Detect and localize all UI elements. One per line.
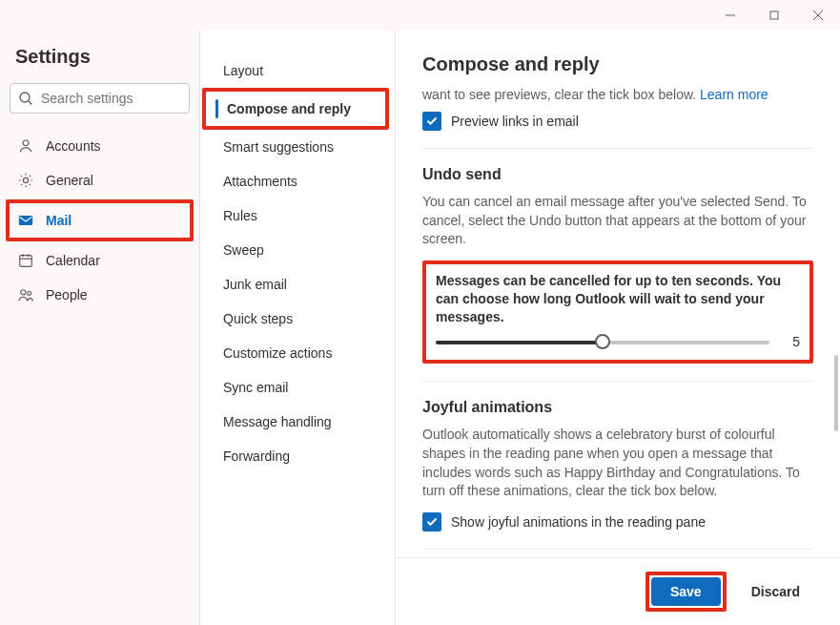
check-icon <box>426 115 438 127</box>
svg-rect-1 <box>770 11 778 19</box>
sidebar-item-label: General <box>46 173 93 188</box>
subnav-item-smart-suggestions[interactable]: Smart suggestions <box>200 130 395 164</box>
divider <box>422 148 813 149</box>
divider <box>422 549 813 550</box>
window-minimize-button[interactable] <box>708 0 752 31</box>
page-title: Settings <box>15 46 186 68</box>
undo-send-bold-msg: Messages can be cancelled for up to ten … <box>436 272 800 326</box>
subnav-label: Compose and reply <box>227 101 351 116</box>
panel-footer: Save Discard <box>396 557 840 625</box>
subnav-label: Rules <box>223 208 257 223</box>
sidebar-item-calendar[interactable]: Calendar <box>10 243 190 278</box>
subnav-item-sweep[interactable]: Sweep <box>200 233 395 267</box>
preview-links-desc-truncated: want to see previews, clear the tick box… <box>422 87 813 102</box>
text: want to see previews, clear the tick box… <box>422 87 700 102</box>
subnav-label: Layout <box>223 63 263 78</box>
slider-thumb[interactable] <box>595 334 610 349</box>
svg-point-6 <box>23 140 29 146</box>
subnav-label: Quick steps <box>223 311 293 326</box>
window-titlebar <box>0 0 840 31</box>
preview-links-checkbox[interactable] <box>422 112 441 131</box>
subnav-item-quick-steps[interactable]: Quick steps <box>200 302 395 336</box>
subnav: Layout Compose and reply Smart suggestio… <box>200 31 396 625</box>
subnav-item-forwarding[interactable]: Forwarding <box>200 439 395 473</box>
sidebar-item-accounts[interactable]: Accounts <box>10 129 190 163</box>
gear-icon <box>17 172 34 189</box>
settings-panel: Compose and reply want to see previews, … <box>396 31 840 625</box>
window-maximize-button[interactable] <box>752 0 796 31</box>
joyful-checkbox[interactable] <box>422 512 441 531</box>
panel-scroll[interactable]: want to see previews, clear the tick box… <box>396 87 840 557</box>
undo-send-slider-row: 5 <box>436 333 800 350</box>
preview-links-checkbox-label: Preview links in email <box>451 114 579 129</box>
subnav-label: Junk email <box>223 277 287 292</box>
subnav-item-sync-email[interactable]: Sync email <box>200 370 395 405</box>
people-icon <box>17 286 34 303</box>
subnav-label: Smart suggestions <box>223 139 334 155</box>
svg-line-5 <box>29 101 32 105</box>
save-button[interactable]: Save <box>651 577 721 606</box>
search-box[interactable] <box>10 83 190 114</box>
undo-send-slider[interactable] <box>436 333 769 350</box>
undo-send-heading: Undo send <box>422 166 813 183</box>
panel-title: Compose and reply <box>422 53 813 75</box>
subnav-label: Attachments <box>223 174 297 189</box>
preview-links-checkbox-row: Preview links in email <box>422 112 813 131</box>
svg-point-4 <box>20 93 30 102</box>
subnav-label: Customize actions <box>223 345 332 361</box>
sidebar: Settings Accounts General Mail Calendar … <box>0 31 200 625</box>
person-icon <box>17 137 34 155</box>
calendar-icon <box>17 252 34 269</box>
divider <box>422 381 813 382</box>
sidebar-item-label: Accounts <box>46 138 101 154</box>
panel-header: Compose and reply <box>396 31 840 87</box>
undo-send-desc: You can cancel an email message after yo… <box>422 193 813 249</box>
learn-more-link[interactable]: Learn more <box>700 87 768 102</box>
subnav-item-junk-email[interactable]: Junk email <box>200 267 395 302</box>
undo-send-highlight: Messages can be cancelled for up to ten … <box>422 260 813 365</box>
subnav-item-compose-and-reply[interactable]: Compose and reply <box>206 92 385 126</box>
joyful-desc: Outlook automatically shows a celebrator… <box>422 426 813 500</box>
mail-icon <box>17 212 34 229</box>
sidebar-item-label: People <box>46 287 88 302</box>
sidebar-item-people[interactable]: People <box>10 278 190 312</box>
svg-rect-9 <box>20 256 32 267</box>
subnav-item-attachments[interactable]: Attachments <box>200 164 395 198</box>
svg-point-7 <box>23 177 28 182</box>
subnav-item-message-handling[interactable]: Message handling <box>200 405 395 439</box>
sidebar-item-label: Mail <box>46 213 72 228</box>
joyful-checkbox-label: Show joyful animations in the reading pa… <box>451 514 706 530</box>
scrollbar-thumb[interactable] <box>834 355 838 431</box>
joyful-heading: Joyful animations <box>422 399 813 416</box>
sidebar-item-label: Calendar <box>46 253 100 268</box>
search-input[interactable] <box>41 91 208 106</box>
window-close-button[interactable] <box>796 0 840 31</box>
subnav-label: Forwarding <box>223 448 290 464</box>
svg-point-14 <box>28 291 31 295</box>
subnav-item-rules[interactable]: Rules <box>200 198 395 233</box>
svg-point-13 <box>21 290 26 295</box>
discard-button[interactable]: Discard <box>738 577 813 606</box>
slider-fill <box>436 341 603 344</box>
joyful-checkbox-row: Show joyful animations in the reading pa… <box>422 512 813 531</box>
undo-send-value: 5 <box>785 334 800 349</box>
sidebar-item-mail[interactable]: Mail <box>10 203 190 238</box>
subnav-item-layout[interactable]: Layout <box>200 53 395 88</box>
subnav-label: Sweep <box>223 242 264 258</box>
search-icon <box>18 91 33 106</box>
subnav-label: Sync email <box>223 380 288 395</box>
subnav-item-customize-actions[interactable]: Customize actions <box>200 336 395 370</box>
subnav-label: Message handling <box>223 414 332 429</box>
check-icon <box>426 516 438 528</box>
sidebar-item-general[interactable]: General <box>10 163 190 198</box>
